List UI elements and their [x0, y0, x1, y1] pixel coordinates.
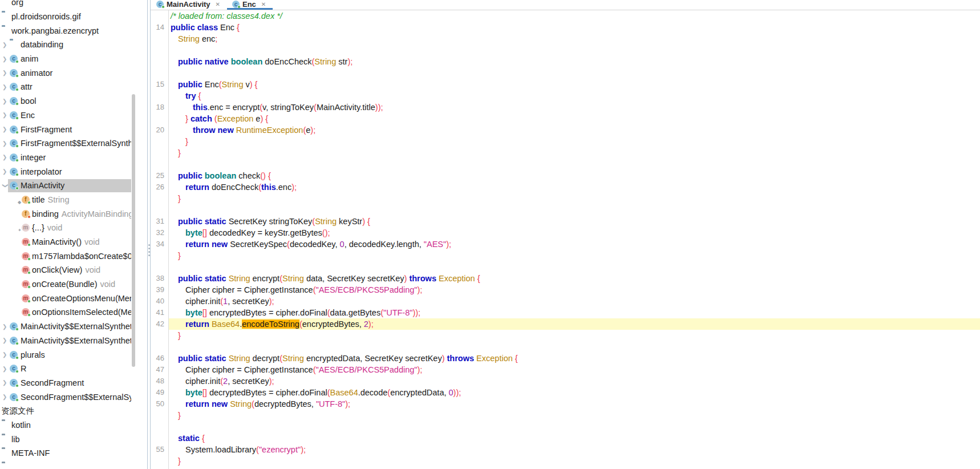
code-line-content[interactable]: [169, 261, 980, 273]
code-line-content[interactable]: static {: [169, 432, 980, 444]
code-line[interactable]: 46public static String decrypt(String en…: [151, 353, 980, 364]
code-line[interactable]: 18this.enc = encrypt(v, stringToKey(Main…: [151, 102, 980, 113]
code-line-content[interactable]: [169, 159, 980, 170]
code-line[interactable]: 32byte[] decodedKey = keyStr.getBytes();: [151, 227, 980, 238]
tree-item[interactable]: monClick(View)void: [0, 263, 131, 277]
tree-item[interactable]: work.pangbai.ezencrypt: [0, 23, 131, 38]
code-line[interactable]: 42return Base64.encodeToString(encrypted…: [151, 318, 980, 330]
code-line-content[interactable]: public class Enc {: [169, 22, 980, 33]
tab-enc[interactable]: c Enc ✕: [227, 0, 273, 10]
chevron-right-icon[interactable]: ❯: [1, 337, 10, 343]
tree-item[interactable]: ❯cEnc: [0, 108, 131, 123]
code-line[interactable]: 26return doEncCheck(this.enc);: [151, 181, 980, 193]
chevron-right-icon[interactable]: ❯: [1, 154, 10, 160]
tree-item[interactable]: mMainActivity()void: [0, 235, 131, 249]
code-line-content[interactable]: [169, 341, 980, 353]
chevron-right-icon[interactable]: ❯: [1, 98, 10, 104]
tree-item[interactable]: ❯cR: [0, 362, 131, 376]
code-line[interactable]: [151, 45, 980, 56]
tree-item[interactable]: ❯cplurals: [0, 347, 131, 362]
chevron-right-icon[interactable]: ❯: [1, 112, 10, 118]
tree-item[interactable]: ❯cSecondFragment: [0, 376, 131, 390]
code-line[interactable]: [151, 421, 980, 432]
code-line[interactable]: }: [151, 410, 980, 421]
tree-item[interactable]: fbindingActivityMainBinding: [0, 207, 131, 221]
code-line[interactable]: /* loaded from: classes4.dex */: [151, 10, 980, 22]
tree-item[interactable]: META-INF: [0, 446, 131, 460]
chevron-right-icon[interactable]: ❯: [1, 324, 10, 330]
code-line-content[interactable]: }: [169, 410, 980, 421]
chevron-right-icon[interactable]: ❯: [1, 56, 10, 62]
code-line-content[interactable]: }: [169, 147, 980, 159]
code-line[interactable]: }: [151, 250, 980, 261]
code-line-content[interactable]: [169, 67, 980, 79]
code-line[interactable]: try {: [151, 90, 980, 102]
code-line-content[interactable]: throw new RuntimeException(e);: [169, 124, 980, 136]
code-line-content[interactable]: [169, 204, 980, 216]
tree-item[interactable]: ❯cinterpolator: [0, 164, 131, 179]
code-line[interactable]: 40cipher.init(1, secretKey);: [151, 296, 980, 307]
code-line-content[interactable]: public boolean check() {: [169, 170, 980, 181]
code-line-content[interactable]: }: [169, 250, 980, 261]
tree-item[interactable]: ❯cinteger: [0, 151, 131, 165]
close-icon[interactable]: ✕: [216, 1, 220, 7]
tree-item[interactable]: monCreateOptionsMenu(Menu: [0, 291, 131, 305]
code-line[interactable]: 31public static SecretKey stringToKey(St…: [151, 216, 980, 227]
code-line[interactable]: String enc;: [151, 33, 980, 45]
chevron-right-icon[interactable]: ❯: [1, 366, 10, 372]
chevron-right-icon[interactable]: ❯: [1, 168, 10, 175]
chevron-right-icon[interactable]: ❯: [1, 394, 10, 400]
chevron-right-icon[interactable]: ❯: [1, 126, 10, 132]
code-line-content[interactable]: }: [169, 193, 980, 204]
tree-item[interactable]: ❯databinding: [0, 38, 131, 52]
code-line-content[interactable]: cipher.init(1, secretKey);: [169, 296, 980, 307]
code-line-content[interactable]: /* loaded from: classes4.dex */: [169, 10, 980, 22]
code-line[interactable]: 20throw new RuntimeException(e);: [151, 124, 980, 136]
tree-item[interactable]: f◆titleString: [0, 193, 131, 207]
code-line-content[interactable]: public static String decrypt(String encr…: [169, 353, 980, 364]
tree-item[interactable]: ❯cbool: [0, 94, 131, 108]
tree-item[interactable]: m✦{...}void: [0, 221, 131, 235]
tree-item[interactable]: ❯cMainActivity: [0, 179, 131, 193]
code-line-content[interactable]: }: [169, 467, 980, 469]
code-line[interactable]: [151, 67, 980, 79]
code-line-content[interactable]: return Base64.encodeToString(encryptedBy…: [169, 318, 980, 330]
code-line-content[interactable]: Cipher cipher = Cipher.getInstance("AES/…: [169, 284, 980, 296]
code-line[interactable]: 39Cipher cipher = Cipher.getInstance("AE…: [151, 284, 980, 296]
code-line-content[interactable]: try {: [169, 90, 980, 102]
code-line[interactable]: }: [151, 467, 980, 469]
tree-item[interactable]: ❯cattr: [0, 80, 131, 94]
code-line[interactable]: [151, 261, 980, 273]
code-line-content[interactable]: Cipher cipher = Cipher.getInstance("AES/…: [169, 364, 980, 375]
tree-item[interactable]: ❯canimator: [0, 66, 131, 80]
code-line[interactable]: }: [151, 455, 980, 467]
code-line[interactable]: [151, 159, 980, 170]
code-line-content[interactable]: return doEncCheck(this.enc);: [169, 181, 980, 193]
code-line[interactable]: 15public Enc(String v) {: [151, 79, 980, 90]
code-line-content[interactable]: String enc;: [169, 33, 980, 45]
code-line[interactable]: }: [151, 136, 980, 147]
code-line[interactable]: public native boolean doEncCheck(String …: [151, 56, 980, 67]
tree-item[interactable]: [0, 460, 131, 469]
chevron-right-icon[interactable]: ❯: [1, 379, 10, 386]
code-line[interactable]: 34return new SecretKeySpec(decodedKey, 0…: [151, 238, 980, 250]
tree-item[interactable]: monCreate(Bundle)void: [0, 277, 131, 292]
code-line[interactable]: [151, 204, 980, 216]
code-line-content[interactable]: }: [169, 136, 980, 147]
code-line-content[interactable]: System.loadLibrary("ezencrypt");: [169, 444, 980, 455]
code-line-content[interactable]: }: [169, 455, 980, 467]
code-line-content[interactable]: }: [169, 330, 980, 341]
tree-item[interactable]: mm1757lambda$onCreate$0$: [0, 249, 131, 263]
code-line-content[interactable]: [169, 421, 980, 432]
chevron-down-icon[interactable]: ❯: [2, 181, 9, 190]
code-line[interactable]: 49byte[] decryptedBytes = cipher.doFinal…: [151, 387, 980, 398]
code-line[interactable]: static {: [151, 432, 980, 444]
tree-item[interactable]: lib: [0, 432, 131, 446]
code-line[interactable]: 25public boolean check() {: [151, 170, 980, 181]
code-line[interactable]: 38public static String encrypt(String da…: [151, 273, 980, 284]
code-line-content[interactable]: } catch (Exception e) {: [169, 113, 980, 124]
code-line-content[interactable]: public Enc(String v) {: [169, 79, 980, 90]
tree-item[interactable]: ❯canim: [0, 52, 131, 66]
tree-item[interactable]: ❯cSecondFragment$$ExternalSy: [0, 390, 131, 404]
code-line-content[interactable]: public native boolean doEncCheck(String …: [169, 56, 980, 67]
